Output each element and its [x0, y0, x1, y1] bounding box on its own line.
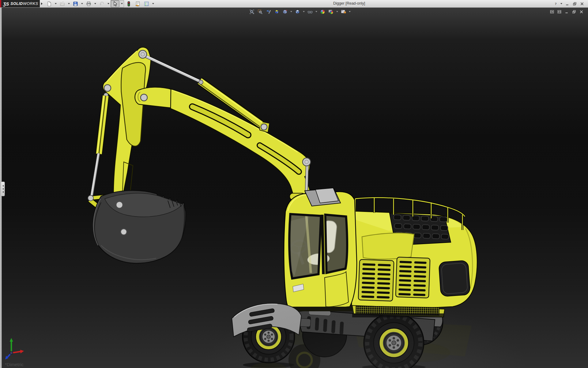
options-button[interactable]	[142, 0, 151, 7]
hide-show-items-button[interactable]	[306, 8, 314, 15]
print-button[interactable]	[84, 0, 93, 7]
rebuild-icon	[126, 1, 131, 6]
minimize-icon	[565, 2, 569, 6]
minimize-button[interactable]	[564, 9, 569, 15]
graphics-viewport[interactable]: *Dimetric	[0, 7, 588, 368]
select-dropdown[interactable]	[119, 0, 124, 7]
chevron-down-icon	[152, 3, 154, 4]
new-document-dropdown[interactable]	[54, 0, 58, 7]
hide-show-items-icon	[307, 9, 313, 14]
wordmark-light: WORKS	[23, 2, 38, 6]
select-button[interactable]	[111, 0, 119, 7]
file-properties-icon	[135, 1, 140, 6]
new-document-icon	[47, 1, 52, 6]
chevron-down-icon	[315, 11, 317, 12]
view-orientation-dropdown[interactable]	[289, 9, 293, 15]
save-icon	[73, 1, 78, 6]
menu-expand-arrow[interactable]	[40, 0, 43, 7]
chevron-down-icon	[349, 11, 351, 12]
zoom-to-fit-button[interactable]	[248, 8, 255, 15]
open-document-button[interactable]	[58, 0, 66, 7]
view-settings-icon	[341, 9, 346, 14]
options-dropdown[interactable]	[151, 0, 155, 7]
previous-view-icon	[266, 9, 271, 14]
dassault-logo-icon: ƷS	[3, 1, 9, 6]
pane-left-icon	[550, 10, 554, 14]
zoom-to-area-icon	[258, 9, 263, 14]
chevron-down-icon	[107, 3, 109, 4]
help-button[interactable]	[552, 0, 559, 7]
chevron-down-icon	[560, 3, 562, 4]
apply-scene-button[interactable]	[327, 8, 334, 15]
select-icon	[112, 1, 118, 6]
chevron-down-icon	[336, 11, 338, 12]
minimize-icon	[565, 10, 569, 14]
print-dropdown[interactable]	[93, 0, 97, 7]
open-document-dropdown[interactable]	[67, 0, 71, 7]
new-document-button[interactable]	[45, 0, 53, 7]
wordmark-bold: SOLID	[10, 2, 23, 6]
help-icon	[554, 2, 558, 6]
solidworks-window: ƷS SOLIDWORKS Digger [Read-only]	[0, 0, 588, 368]
minimize-button[interactable]	[564, 0, 570, 7]
view-orientation-button[interactable]	[281, 8, 288, 15]
close-button[interactable]	[579, 0, 585, 7]
rebuild-button[interactable]	[124, 0, 133, 7]
restore-button[interactable]	[571, 0, 578, 7]
previous-view-button[interactable]	[265, 8, 272, 15]
restore-icon	[572, 10, 576, 14]
pane-right-icon	[557, 10, 561, 14]
grille-panel-1	[358, 259, 394, 301]
chevron-down-icon	[290, 11, 292, 12]
zoom-to-fit-icon	[249, 9, 254, 14]
chevron-down-icon	[94, 3, 96, 4]
main-toolbar	[45, 0, 155, 7]
pane-left-button[interactable]	[549, 9, 555, 15]
save-dropdown[interactable]	[80, 0, 84, 7]
collapse-arrow-icon	[2, 185, 4, 187]
view-orientation-icon	[282, 9, 288, 14]
display-style-dropdown[interactable]	[302, 9, 305, 15]
zoom-to-area-button[interactable]	[256, 8, 264, 15]
document-title: Digger [Read-only]	[333, 1, 365, 6]
title-bar: ƷS SOLIDWORKS Digger [Read-only]	[0, 0, 588, 8]
apply-scene-dropdown[interactable]	[335, 9, 339, 15]
hide-show-items-dropdown[interactable]	[315, 9, 318, 15]
close-button[interactable]	[579, 9, 584, 15]
display-style-icon	[295, 9, 300, 14]
edit-appearance-icon	[320, 9, 325, 14]
chevron-down-icon	[121, 3, 123, 4]
open-document-icon	[60, 1, 65, 6]
solidworks-logo[interactable]: ƷS SOLIDWORKS	[0, 0, 40, 7]
bucket	[93, 190, 186, 263]
solidworks-wordmark: SOLIDWORKS	[10, 2, 38, 6]
chevron-down-icon	[303, 11, 305, 12]
undo-icon	[99, 1, 104, 6]
chevron-down-icon	[55, 3, 57, 4]
excavator-model[interactable]	[0, 7, 588, 368]
collapse-arrow-icon	[2, 191, 4, 193]
wheel-rear-left	[364, 313, 424, 368]
close-icon	[580, 2, 584, 6]
display-style-button[interactable]	[294, 8, 301, 15]
help-dropdown[interactable]	[560, 1, 563, 7]
featuremanager-collapse-handle[interactable]	[1, 182, 5, 196]
undo-dropdown[interactable]	[106, 0, 110, 7]
document-window-controls	[549, 9, 584, 15]
options-icon	[144, 1, 149, 6]
pane-right-button[interactable]	[556, 9, 562, 15]
restore-button[interactable]	[571, 9, 577, 15]
view-orientation-label: *Dimetric	[5, 362, 24, 367]
section-view-icon	[274, 9, 279, 14]
apply-scene-icon	[328, 9, 334, 14]
origin-triad	[3, 336, 29, 364]
save-button[interactable]	[71, 0, 80, 7]
section-view-button[interactable]	[273, 8, 280, 15]
file-properties-button[interactable]	[133, 0, 142, 7]
edit-appearance-button[interactable]	[319, 8, 326, 15]
undo-button[interactable]	[97, 0, 106, 7]
expand-arrow-icon	[41, 2, 43, 5]
view-settings-dropdown[interactable]	[348, 9, 351, 15]
view-settings-button[interactable]	[340, 8, 347, 15]
logo-accent-stripe	[0, 0, 1, 7]
